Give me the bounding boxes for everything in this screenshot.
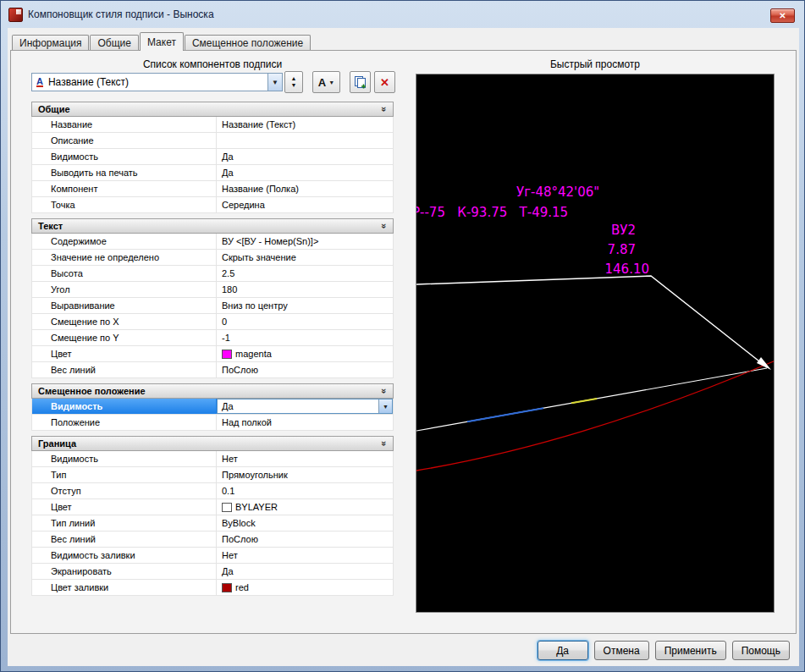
property-value[interactable]: Да▼ bbox=[217, 399, 393, 414]
property-value[interactable]: Да bbox=[217, 165, 393, 180]
tab-dragged-state[interactable]: Смещенное положение bbox=[185, 35, 311, 50]
property-row[interactable]: ВидимостьДа bbox=[31, 149, 394, 165]
property-value[interactable]: ByBlock bbox=[217, 515, 393, 531]
property-value-text: Название (Полка) bbox=[222, 184, 299, 194]
collapse-chevron-icon[interactable]: » bbox=[379, 388, 389, 394]
property-row[interactable]: Видимость заливкиНет bbox=[31, 548, 394, 564]
property-value[interactable]: Середина bbox=[217, 197, 393, 212]
property-row[interactable]: Цветmagenta bbox=[31, 346, 394, 362]
property-value-text: Над полкой bbox=[222, 417, 272, 427]
property-row[interactable]: Отступ0.1 bbox=[31, 483, 394, 499]
help-button[interactable]: Помощь bbox=[732, 641, 790, 660]
ok-button[interactable]: Да bbox=[538, 641, 588, 660]
chevron-down-icon[interactable]: ▼ bbox=[378, 399, 392, 413]
section-header[interactable]: Граница» bbox=[31, 436, 394, 451]
property-row[interactable]: Смещение по X0 bbox=[31, 314, 394, 330]
property-row[interactable]: КомпонентНазвание (Полка) bbox=[31, 181, 394, 197]
section-header[interactable]: Общие» bbox=[31, 102, 394, 117]
collapse-chevron-icon[interactable]: » bbox=[379, 107, 389, 112]
property-row[interactable]: СодержимоеВУ <[ВУ - Номер(Sn)]> bbox=[31, 234, 394, 250]
property-row[interactable]: ПоложениеНад полкой bbox=[31, 415, 394, 431]
property-value[interactable]: Над полкой bbox=[217, 415, 393, 430]
property-value[interactable]: BYLAYER bbox=[217, 499, 393, 515]
add-component-button[interactable]: A ▼ bbox=[312, 71, 340, 93]
property-row[interactable]: Описание bbox=[31, 133, 394, 149]
collapse-chevron-icon[interactable]: » bbox=[379, 223, 389, 229]
property-value[interactable]: Скрыть значение bbox=[217, 250, 393, 265]
property-value[interactable]: 2.5 bbox=[217, 266, 393, 281]
property-row[interactable]: ВыравниваниеВниз по центру bbox=[31, 298, 394, 314]
property-value[interactable]: ПоСлою bbox=[217, 532, 393, 547]
property-label: Вес линий bbox=[32, 532, 217, 547]
property-value[interactable]: Нет bbox=[217, 548, 393, 563]
property-row[interactable]: Выводить на печатьДа bbox=[31, 165, 394, 181]
titlebar[interactable]: Компоновщик стиля подписи - Выноска bbox=[1, 1, 804, 28]
property-value[interactable] bbox=[217, 133, 393, 148]
cancel-button[interactable]: Отмена bbox=[594, 641, 649, 660]
property-value[interactable]: 0 bbox=[217, 314, 393, 329]
property-value[interactable]: red bbox=[217, 580, 393, 595]
preview-title: Быстрый просмотр bbox=[416, 58, 775, 70]
property-label: Смещение по Y bbox=[32, 330, 217, 345]
tab-general[interactable]: Общие bbox=[90, 35, 138, 50]
property-value[interactable]: ПоСлою bbox=[217, 362, 393, 377]
property-row[interactable]: ЦветBYLAYER bbox=[31, 499, 394, 515]
property-row[interactable]: НазваниеНазвание (Текст) bbox=[31, 117, 394, 133]
property-row[interactable]: Тип линийByBlock bbox=[31, 515, 394, 532]
property-label: Смещение по X bbox=[32, 314, 217, 329]
property-value[interactable]: Да bbox=[217, 564, 393, 579]
property-row[interactable]: Цвет заливкиred bbox=[31, 580, 394, 596]
property-row[interactable]: Угол180 bbox=[31, 282, 394, 298]
property-value[interactable]: -1 bbox=[217, 330, 393, 345]
property-row[interactable]: Высота2.5 bbox=[31, 266, 394, 282]
property-value[interactable]: Вниз по центру bbox=[217, 298, 393, 313]
delete-component-button[interactable]: ✕ bbox=[374, 71, 395, 93]
property-row[interactable]: ВидимостьДа▼ bbox=[31, 399, 394, 415]
property-label: Содержимое bbox=[32, 234, 217, 249]
property-value[interactable]: Да bbox=[217, 149, 393, 164]
property-row[interactable]: Значение не определеноСкрыть значение bbox=[31, 250, 394, 266]
property-value[interactable]: Прямоугольник bbox=[217, 467, 393, 482]
tab-layout[interactable]: Макет bbox=[140, 32, 184, 51]
property-row[interactable]: Вес линийПоСлою bbox=[31, 362, 394, 378]
property-row[interactable]: ВидимостьНет bbox=[31, 451, 394, 467]
property-value[interactable]: Нет bbox=[217, 451, 393, 466]
tangent-blue-segment bbox=[467, 408, 543, 421]
section-header[interactable]: Смещенное положение» bbox=[31, 383, 394, 399]
property-row[interactable]: ТипПрямоугольник bbox=[31, 467, 394, 483]
close-button[interactable]: ✕ bbox=[770, 8, 795, 23]
tab-information[interactable]: Информация bbox=[12, 35, 89, 50]
preview-label-text: ВУ2 bbox=[611, 223, 636, 238]
delete-icon: ✕ bbox=[380, 76, 389, 89]
section-title: Граница bbox=[38, 438, 76, 449]
value-combobox[interactable]: Да▼ bbox=[217, 399, 393, 414]
section-header[interactable]: Текст» bbox=[31, 218, 394, 234]
property-label: Вес линий bbox=[32, 362, 217, 377]
property-value-text: magenta bbox=[235, 349, 272, 359]
apply-button[interactable]: Применить bbox=[655, 641, 726, 660]
component-combobox[interactable]: A Название (Текст) ▼ bbox=[31, 73, 283, 91]
reorder-component-button[interactable]: ▲ ▼ bbox=[284, 71, 303, 93]
property-row[interactable]: ЭкранироватьДа bbox=[31, 564, 394, 580]
up-arrow-icon[interactable]: ▲ bbox=[291, 75, 297, 82]
property-value-text: 0.1 bbox=[222, 486, 234, 496]
down-arrow-icon[interactable]: ▼ bbox=[291, 82, 297, 89]
property-row[interactable]: ТочкаСередина bbox=[31, 197, 394, 213]
property-value[interactable]: magenta bbox=[217, 346, 393, 361]
property-value[interactable]: Название (Полка) bbox=[217, 181, 393, 196]
property-value-text: Середина bbox=[222, 200, 265, 210]
property-value[interactable]: Название (Текст) bbox=[217, 117, 393, 132]
property-value-text: Да bbox=[222, 151, 234, 162]
property-value-text: Да bbox=[222, 566, 234, 576]
property-value[interactable]: 180 bbox=[217, 282, 393, 297]
component-list-title: Список компонентов подписи bbox=[31, 58, 394, 70]
property-row[interactable]: Смещение по Y-1 bbox=[31, 330, 394, 346]
property-row[interactable]: Вес линийПоСлою bbox=[31, 532, 394, 548]
chevron-down-icon[interactable]: ▼ bbox=[328, 80, 334, 85]
property-value[interactable]: ВУ <[ВУ - Номер(Sn)]> bbox=[217, 234, 393, 249]
collapse-chevron-icon[interactable]: » bbox=[379, 441, 389, 446]
chevron-down-icon[interactable]: ▼ bbox=[267, 74, 282, 91]
property-label: Угол bbox=[32, 282, 217, 297]
property-value[interactable]: 0.1 bbox=[217, 483, 393, 498]
copy-component-button[interactable] bbox=[350, 71, 371, 93]
